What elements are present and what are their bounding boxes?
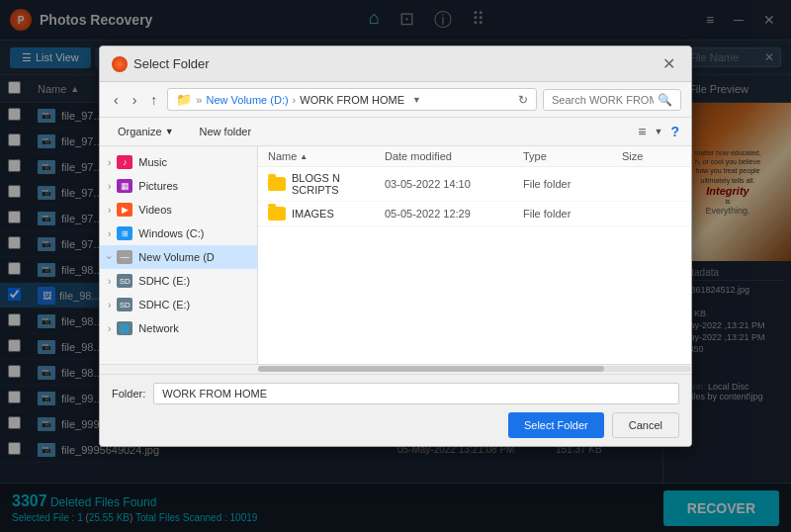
folder-label: Folder: [112, 388, 145, 399]
images-folder-icon [268, 207, 286, 221]
select-folder-dialog: Select Folder ✕ ‹ › ↑ 📁 » New Volume (D:… [99, 45, 692, 447]
new-folder-button[interactable]: New folder [190, 123, 262, 140]
nav-up-button[interactable]: ↑ [146, 90, 161, 110]
sidebar-item-pictures[interactable]: › ▦ Pictures [100, 174, 257, 198]
select-folder-button[interactable]: Select Folder [508, 412, 604, 438]
fpane-row-blogs[interactable]: BLOGS N SCRIPTS 03-05-2022 14:10 File fo… [258, 167, 691, 202]
images-folder-type: File folder [523, 208, 622, 220]
dialog-search-icon: 🔍 [658, 93, 672, 107]
path-volume[interactable]: New Volume (D:) [206, 94, 288, 106]
scrollbar-track[interactable] [258, 366, 691, 372]
sidebar-item-sdhc1[interactable]: › SD SDHC (E:) [100, 269, 257, 293]
file-pane-header: Name ▲ Date modified Type Size [258, 146, 691, 167]
blogs-folder-type: File folder [523, 178, 622, 190]
sdhc1-expand-icon: › [108, 276, 111, 287]
toolbar-right-icons: ≡ ▼ ? [636, 122, 681, 141]
pictures-expand-icon: › [108, 181, 111, 192]
path-current-folder: WORK FROM HOME [300, 94, 404, 106]
images-folder-date: 05-05-2022 12:29 [385, 208, 523, 220]
sdhc2-expand-icon: › [108, 300, 111, 310]
videos-expand-icon: › [108, 205, 111, 216]
fpane-header-type[interactable]: Type [523, 150, 622, 162]
dialog-title-bar: Select Folder ✕ [100, 46, 691, 82]
dialog-toolbar: Organize ▼ New folder ≡ ▼ ? [100, 118, 691, 146]
sidebar-sdhc1-label: SDHC (E:) [138, 275, 190, 287]
dialog-search-input[interactable] [552, 94, 654, 106]
sidebar-item-music[interactable]: › ♪ Music [100, 150, 257, 174]
dialog-footer: Folder: Select Folder Cancel [100, 374, 691, 446]
footer-buttons: Select Folder Cancel [112, 412, 679, 438]
dialog-logo [112, 56, 128, 72]
dialog-nav: ‹ › ↑ 📁 » New Volume (D:) › WORK FROM HO… [100, 82, 691, 118]
path-sep2: › [293, 94, 297, 106]
organize-button[interactable]: Organize ▼ [110, 123, 182, 140]
sidebar-sdhc2-label: SDHC (E:) [138, 299, 190, 310]
blogs-folder-date: 03-05-2022 14:10 [385, 178, 523, 190]
sidebar-network-label: Network [138, 322, 178, 334]
organize-dropdown-icon: ▼ [165, 127, 174, 136]
dialog-search-box: 🔍 [543, 89, 681, 111]
sidebar-item-network[interactable]: › 🌐 Network [100, 316, 257, 340]
folder-input[interactable] [153, 383, 679, 404]
view-dropdown-icon[interactable]: ▼ [653, 122, 665, 141]
sidebar-new-volume-label: New Volume (D [138, 251, 214, 263]
nav-forward-button[interactable]: › [129, 90, 141, 110]
sidebar-windows-label: Windows (C:) [138, 227, 204, 239]
music-folder-icon: ♪ [117, 155, 132, 169]
dialog-close-button[interactable]: ✕ [659, 54, 679, 73]
dialog-title: Select Folder [112, 56, 210, 72]
windows-expand-icon: › [108, 228, 111, 239]
images-folder-name: IMAGES [292, 208, 385, 220]
blogs-folder-icon [268, 177, 286, 191]
sidebar-item-sdhc2[interactable]: › SD SDHC (E:) [100, 293, 257, 316]
dialog-overlay: Select Folder ✕ ‹ › ↑ 📁 » New Volume (D:… [0, 0, 791, 532]
music-expand-icon: › [108, 157, 111, 168]
videos-folder-icon: ▶ [117, 203, 132, 217]
scrollbar-thumb [258, 366, 604, 372]
new-volume-icon: — [117, 250, 132, 264]
fpane-header-date[interactable]: Date modified [385, 150, 523, 162]
network-expand-icon: › [108, 323, 111, 334]
new-volume-expand-icon: › [104, 255, 115, 258]
cancel-button[interactable]: Cancel [612, 412, 679, 438]
sidebar-music-label: Music [138, 156, 167, 168]
fpane-row-images[interactable]: IMAGES 05-05-2022 12:29 File folder [258, 202, 691, 226]
fpane-header-name[interactable]: Name ▲ [268, 150, 385, 162]
nav-back-button[interactable]: ‹ [110, 90, 123, 110]
help-icon[interactable]: ? [668, 122, 681, 141]
sidebar-item-windows[interactable]: › ⊞ Windows (C:) [100, 222, 257, 245]
sdhc1-drive-icon: SD [117, 274, 132, 288]
path-sep1: » [196, 94, 202, 106]
blogs-folder-name: BLOGS N SCRIPTS [292, 172, 385, 196]
sidebar-item-new-volume[interactable]: › — New Volume (D [100, 245, 257, 269]
fpane-sort-icon: ▲ [300, 152, 308, 161]
sdhc2-drive-icon: SD [117, 298, 132, 311]
sidebar-pictures-label: Pictures [138, 180, 178, 192]
sidebar-item-videos[interactable]: › ▶ Videos [100, 198, 257, 222]
sidebar-videos-label: Videos [138, 204, 171, 216]
dialog-sidebar: › ♪ Music › ▦ Pictures › ▶ Videos › ⊞ [100, 146, 258, 364]
dialog-body: › ♪ Music › ▦ Pictures › ▶ Videos › ⊞ [100, 146, 691, 364]
pictures-folder-icon: ▦ [117, 179, 132, 193]
network-icon: 🌐 [117, 321, 132, 335]
path-bar: 📁 » New Volume (D:) › WORK FROM HOME ▼ ↻ [167, 88, 537, 111]
folder-input-row: Folder: [112, 383, 679, 404]
view-list-icon[interactable]: ≡ [636, 122, 648, 141]
dialog-scrollbar [100, 364, 691, 374]
path-dropdown-icon[interactable]: ▼ [412, 95, 421, 105]
dialog-title-text: Select Folder [133, 56, 210, 71]
fpane-header-size[interactable]: Size [622, 150, 681, 162]
windows-drive-icon: ⊞ [117, 226, 132, 240]
path-folder-icon: 📁 [176, 92, 192, 107]
path-refresh-icon[interactable]: ↻ [518, 93, 528, 107]
dialog-file-pane: Name ▲ Date modified Type Size BLOGS N S… [258, 146, 691, 364]
